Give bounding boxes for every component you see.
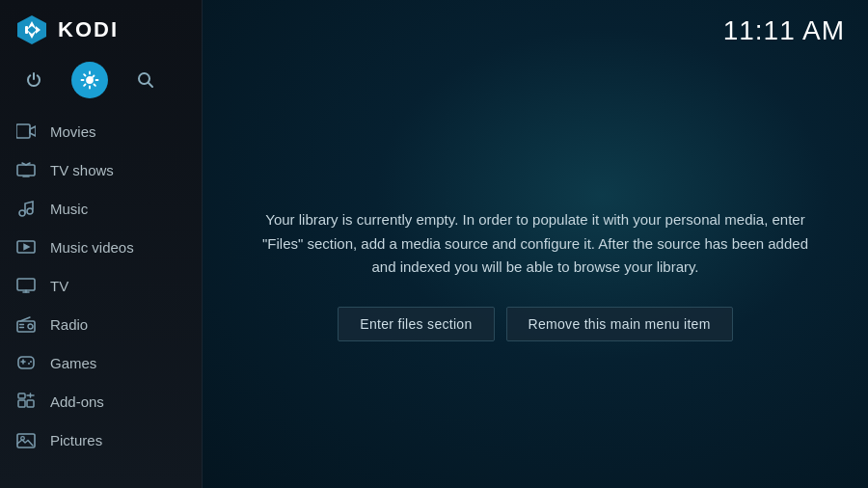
svg-point-14 bbox=[28, 324, 33, 329]
sidebar-item-tv-shows-label: TV shows bbox=[50, 162, 114, 178]
sidebar: KODI bbox=[0, 0, 203, 488]
sidebar-item-movies[interactable]: Movies bbox=[0, 112, 202, 150]
svg-marker-0 bbox=[17, 15, 46, 44]
svg-rect-13 bbox=[17, 321, 35, 332]
sidebar-item-music-label: Music bbox=[50, 201, 88, 217]
svg-rect-3 bbox=[25, 26, 28, 34]
sidebar-item-add-ons-label: Add-ons bbox=[50, 393, 104, 410]
settings-icon bbox=[80, 70, 99, 90]
sidebar-item-music-videos-label: Music videos bbox=[50, 239, 134, 256]
action-buttons: Enter files section Remove this main men… bbox=[338, 307, 732, 341]
svg-point-5 bbox=[87, 77, 93, 83]
sidebar-item-radio-label: Radio bbox=[50, 316, 88, 333]
settings-button[interactable] bbox=[71, 62, 108, 98]
movies-icon bbox=[15, 121, 37, 142]
sidebar-item-games[interactable]: Games bbox=[0, 343, 202, 382]
search-icon bbox=[136, 70, 155, 90]
svg-rect-8 bbox=[17, 165, 35, 176]
svg-rect-12 bbox=[17, 279, 35, 290]
power-icon bbox=[24, 70, 43, 90]
music-icon bbox=[15, 198, 37, 219]
svg-rect-19 bbox=[18, 393, 25, 398]
sidebar-item-pictures-label: Pictures bbox=[50, 432, 102, 448]
remove-menu-item-button[interactable]: Remove this main menu item bbox=[506, 307, 733, 341]
svg-point-15 bbox=[28, 363, 30, 365]
app-title: KODI bbox=[58, 17, 119, 42]
tv-icon bbox=[15, 275, 37, 296]
svg-point-10 bbox=[27, 208, 33, 214]
sidebar-item-tv[interactable]: TV bbox=[0, 266, 202, 305]
sidebar-item-movies-label: Movies bbox=[50, 123, 96, 140]
pictures-icon bbox=[15, 429, 37, 450]
sidebar-item-add-ons[interactable]: Add-ons bbox=[0, 382, 202, 420]
sidebar-item-music-videos[interactable]: Music videos bbox=[0, 228, 202, 266]
svg-rect-7 bbox=[16, 124, 30, 138]
content-area: Your library is currently empty. In orde… bbox=[203, 62, 868, 488]
svg-rect-17 bbox=[18, 400, 25, 407]
sidebar-item-tv-label: TV bbox=[50, 278, 68, 294]
sidebar-item-radio[interactable]: Radio bbox=[0, 305, 202, 343]
top-bar: 11:11 AM bbox=[203, 0, 868, 62]
sidebar-item-pictures[interactable]: Pictures bbox=[0, 420, 202, 459]
search-button[interactable] bbox=[127, 62, 164, 98]
addons-icon bbox=[15, 391, 37, 412]
enter-files-button[interactable]: Enter files section bbox=[338, 307, 494, 341]
games-icon bbox=[15, 352, 37, 373]
music-videos-icon bbox=[15, 236, 37, 258]
radio-icon bbox=[15, 313, 37, 335]
tv-shows-icon bbox=[15, 159, 37, 180]
sidebar-toolbar bbox=[0, 56, 202, 108]
sidebar-nav: Movies TV shows Music bbox=[0, 108, 202, 488]
svg-point-9 bbox=[19, 210, 25, 216]
clock-display: 11:11 AM bbox=[723, 15, 845, 46]
svg-point-16 bbox=[30, 361, 32, 363]
sidebar-item-tv-shows[interactable]: TV shows bbox=[0, 150, 202, 189]
kodi-logo-icon bbox=[15, 14, 48, 46]
main-content: 11:11 AM Your library is currently empty… bbox=[203, 0, 868, 488]
library-empty-message: Your library is currently empty. In orde… bbox=[260, 208, 810, 280]
power-button[interactable] bbox=[15, 62, 52, 98]
sidebar-item-games-label: Games bbox=[50, 355, 96, 371]
app-header: KODI bbox=[0, 0, 202, 56]
svg-rect-18 bbox=[27, 400, 34, 407]
sidebar-item-music[interactable]: Music bbox=[0, 189, 202, 228]
